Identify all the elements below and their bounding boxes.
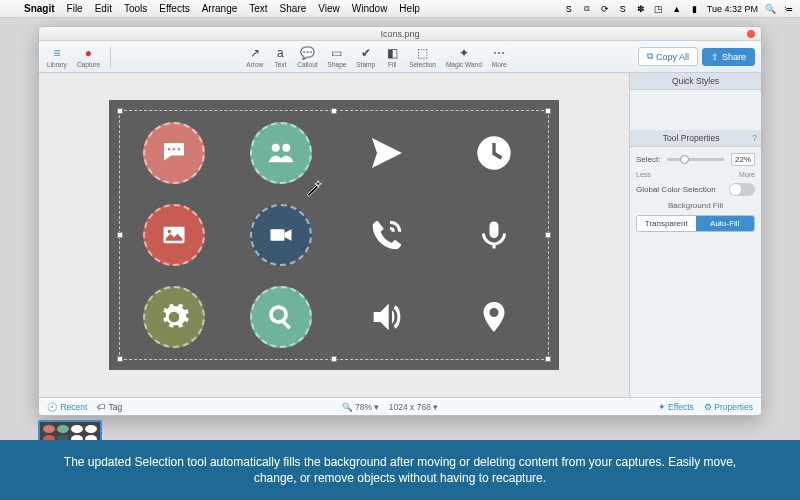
wifi-icon[interactable]: ▲ (671, 3, 683, 15)
snagit-tray-icon[interactable]: S (617, 3, 629, 15)
properties-button[interactable]: ⚙ Properties (704, 402, 753, 412)
menu-effects[interactable]: Effects (153, 3, 195, 14)
menu-arrange[interactable]: Arrange (196, 3, 244, 14)
select-slider[interactable] (667, 158, 724, 161)
callout-icon: 💬 (300, 46, 314, 60)
desktop: Icons.png ≡ Library ● Capture ↗Arrow aTe… (0, 18, 800, 500)
tool-selection[interactable]: ⬚Selection (407, 46, 438, 68)
share-icon: ⇪ (711, 52, 719, 62)
arrow-icon: ↗ (248, 46, 262, 60)
tool-shape[interactable]: ▭Shape (326, 46, 349, 68)
help-icon[interactable]: ? (752, 133, 757, 143)
fill-label: Fill (388, 61, 396, 68)
resize-handle[interactable] (545, 232, 551, 238)
status-icon[interactable]: S (563, 3, 575, 15)
snagit-window: Icons.png ≡ Library ● Capture ↗Arrow aTe… (38, 26, 762, 416)
global-color-label: Global Color Selection (636, 185, 716, 194)
canvas-image[interactable] (109, 100, 559, 370)
stamp-icon: ✔ (359, 46, 373, 60)
select-percent[interactable]: 22% (731, 153, 755, 166)
wand-label: Magic Wand (446, 61, 482, 68)
share-button[interactable]: ⇪Share (702, 48, 755, 66)
caption-text: The updated Selection tool automatically… (60, 454, 740, 486)
sync-icon[interactable]: ⟳ (599, 3, 611, 15)
copy-icon: ⧉ (647, 51, 653, 62)
menu-text[interactable]: Text (243, 3, 273, 14)
resize-handle[interactable] (545, 356, 551, 362)
menubar-clock[interactable]: Tue 4:32 PM (707, 4, 758, 14)
tool-callout[interactable]: 💬Callout (295, 46, 319, 68)
tool-magic-wand[interactable]: ✦Magic Wand (444, 46, 484, 68)
resize-handle[interactable] (331, 356, 337, 362)
mac-menubar: Snagit File Edit Tools Effects Arrange T… (0, 0, 800, 18)
document-title: Icons.png (380, 29, 419, 39)
more-icon: ⋯ (492, 46, 506, 60)
copy-all-button[interactable]: ⧉Copy All (638, 47, 698, 66)
tool-more[interactable]: ⋯More (490, 46, 509, 68)
search-icon[interactable]: 🔍 (764, 3, 776, 15)
capture-icon: ● (81, 46, 95, 60)
fill-icon: ◧ (385, 46, 399, 60)
wand-icon: ✦ (457, 46, 471, 60)
main-toolbar: ≡ Library ● Capture ↗Arrow aText 💬Callou… (39, 41, 761, 73)
tag-button[interactable]: 🏷 Tag (97, 402, 122, 412)
bg-fill-label: Background Fill (636, 201, 755, 210)
menubar-status: S ⧈ ⟳ S ✽ ◳ ▲ ▮ Tue 4:32 PM 🔍 ≔ (563, 3, 794, 15)
menu-help[interactable]: Help (393, 3, 426, 14)
shape-icon: ▭ (330, 46, 344, 60)
selection-marquee[interactable] (119, 110, 549, 360)
menu-window[interactable]: Window (346, 3, 394, 14)
marketing-caption: The updated Selection tool automatically… (0, 440, 800, 500)
menu-edit[interactable]: Edit (89, 3, 118, 14)
slider-min-label: Less (636, 171, 651, 178)
menu-share[interactable]: Share (274, 3, 313, 14)
slider-max-label: More (739, 171, 755, 178)
stamp-label: Stamp (356, 61, 375, 68)
menu-tools[interactable]: Tools (118, 3, 153, 14)
seg-transparent[interactable]: Transparent (637, 216, 696, 231)
quick-styles-header[interactable]: Quick Styles (630, 73, 761, 90)
resize-handle[interactable] (117, 232, 123, 238)
capture-label: Capture (77, 61, 100, 68)
battery-icon[interactable]: ▮ (689, 3, 701, 15)
app-menu[interactable]: Snagit (18, 3, 61, 14)
resize-handle[interactable] (545, 108, 551, 114)
selection-icon: ⬚ (416, 46, 430, 60)
text-label: Text (274, 61, 286, 68)
bg-fill-segment[interactable]: Transparent Auto-Fill (636, 215, 755, 232)
library-label: Library (47, 61, 67, 68)
resize-handle[interactable] (117, 356, 123, 362)
resize-handle[interactable] (117, 108, 123, 114)
capture-button[interactable]: ● Capture (75, 46, 102, 68)
tool-properties-header[interactable]: Tool Properties ? (630, 130, 761, 147)
selection-label: Selection (409, 61, 436, 68)
more-label: More (492, 61, 507, 68)
recent-button[interactable]: 🕘 Recent (47, 402, 87, 412)
dimensions-indicator[interactable]: 1024 x 768 ▾ (389, 402, 438, 412)
window-titlebar[interactable]: Icons.png (39, 27, 761, 41)
tool-stamp[interactable]: ✔Stamp (354, 46, 377, 68)
zoom-indicator[interactable]: 🔍 78% ▾ (342, 402, 380, 412)
callout-label: Callout (297, 61, 317, 68)
tool-properties-label: Tool Properties (663, 133, 720, 143)
copy-all-label: Copy All (656, 52, 689, 62)
select-label: Select: (636, 155, 660, 164)
chat-icon[interactable]: ◳ (653, 3, 665, 15)
menu-view[interactable]: View (312, 3, 346, 14)
library-icon: ≡ (50, 46, 64, 60)
share-label: Share (722, 52, 746, 62)
menu-extras-icon[interactable]: ≔ (782, 3, 794, 15)
wand-cursor-icon (304, 178, 324, 202)
tool-fill[interactable]: ◧Fill (383, 46, 401, 68)
canvas-area[interactable] (39, 73, 629, 397)
library-button[interactable]: ≡ Library (45, 46, 69, 68)
tool-text[interactable]: aText (271, 46, 289, 68)
effects-button[interactable]: ✦ Effects (658, 402, 694, 412)
global-color-toggle[interactable] (729, 183, 755, 196)
evernote-icon[interactable]: ✽ (635, 3, 647, 15)
seg-autofill[interactable]: Auto-Fill (696, 216, 755, 231)
dropbox-icon[interactable]: ⧈ (581, 3, 593, 15)
resize-handle[interactable] (331, 108, 337, 114)
menu-file[interactable]: File (61, 3, 89, 14)
tool-arrow[interactable]: ↗Arrow (244, 46, 265, 68)
